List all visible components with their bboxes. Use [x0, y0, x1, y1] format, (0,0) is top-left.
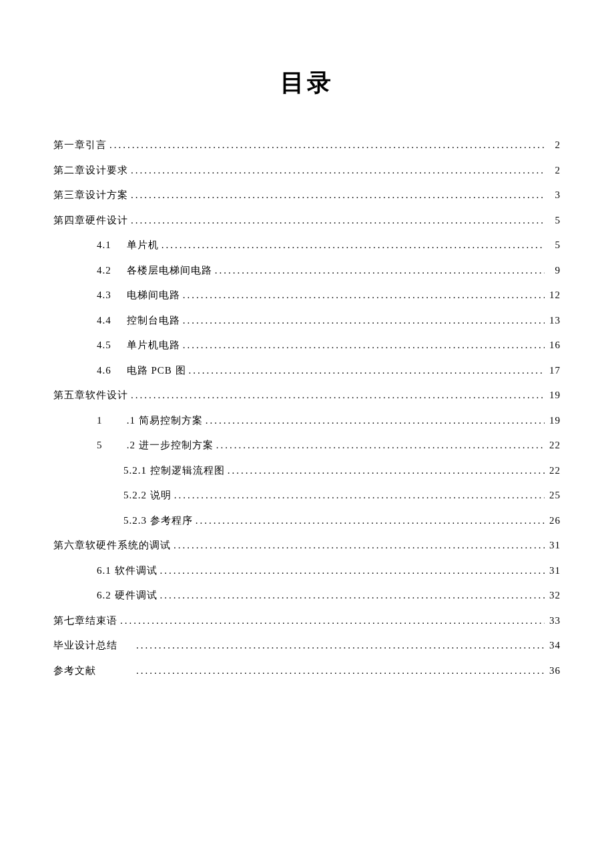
toc-entry-text: 电梯间电路 [127, 290, 180, 300]
toc-entry-label: 第五章软件设计 [53, 383, 128, 408]
toc-entry-text: 第三章设计方案 [53, 189, 128, 200]
toc-entry-number: 4.4 [97, 308, 123, 334]
toc-entry: 4.4 控制台电路13 [53, 308, 561, 334]
toc-entry-text: 5.2.2 说明 [123, 490, 172, 500]
toc-entry-number: 4.6 [97, 358, 123, 384]
toc-entry-number: 1 [97, 408, 123, 434]
toc-entry-label: 第一章引言 [53, 133, 107, 158]
toc-entry-number: 4.3 [97, 283, 123, 308]
toc-entry-text: 第五章软件设计 [53, 390, 128, 400]
toc-entry-number: 4.5 [97, 333, 123, 358]
toc-entry-number: 4.1 [97, 233, 123, 258]
toc-leader-dots [131, 208, 545, 234]
toc-entry-page: 22 [547, 458, 561, 484]
toc-entry-text: 第六章软硬件系统的调试 [53, 540, 171, 550]
toc-entry-text: 控制台电路 [127, 315, 180, 326]
toc-entry-label: 第二章设计要求 [53, 158, 128, 183]
toc-entry-text: 电路 PCB 图 [127, 365, 186, 376]
toc-entry-label: 第七章结束语 [53, 608, 117, 634]
toc-entry-page: 25 [547, 483, 561, 508]
toc-entry: 参考文献36 [53, 659, 561, 684]
page-title: 目录 [53, 67, 561, 99]
toc-entry-page: 22 [547, 433, 561, 458]
toc-entry-text: 毕业设计总结 [53, 633, 133, 659]
toc-entry-text: 第一章引言 [53, 139, 107, 150]
toc-entry-text: 单片机电路 [127, 340, 180, 350]
toc-entry-label: 第六章软硬件系统的调试 [53, 533, 171, 558]
toc-entry: 第六章软硬件系统的调试31 [53, 533, 561, 558]
toc-entry: 5.2.1 控制逻辑流程图22 [53, 458, 561, 484]
toc-entry-page: 31 [547, 533, 561, 558]
toc-entry: 4.2 各楼层电梯间电路9 [53, 258, 561, 284]
toc-leader-dots [189, 358, 545, 384]
toc-leader-dots [131, 183, 545, 208]
toc-leader-dots [228, 458, 545, 484]
toc-leader-dots [120, 608, 545, 634]
toc-leader-dots [160, 558, 545, 584]
toc-leader-dots [174, 483, 545, 508]
toc-entry-text: 6.2 硬件调试 [97, 590, 158, 600]
toc-entry: 6.2 硬件调试32 [53, 583, 561, 608]
toc-entry-text: 第二章设计要求 [53, 165, 128, 175]
toc-entry-label: 5.2.2 说明 [123, 483, 172, 508]
toc-entry-label: 5.2.3 参考程序 [123, 508, 193, 534]
toc-entry-page: 33 [547, 608, 561, 634]
toc-entry-label: 6.1 软件调试 [97, 558, 158, 584]
toc-entry-label: 第三章设计方案 [53, 183, 128, 208]
toc-entry-text: 5.2.3 参考程序 [123, 515, 193, 526]
toc-entry-page: 19 [547, 383, 561, 408]
toc-entry: 6.1 软件调试31 [53, 558, 561, 584]
toc-entry: 4.6 电路 PCB 图17 [53, 358, 561, 384]
toc-entry-text: 5.2.1 控制逻辑流程图 [123, 465, 225, 476]
toc-entry-label: 参考文献 [53, 659, 133, 684]
toc-entry-page: 2 [547, 158, 561, 183]
toc-leader-dots [136, 659, 545, 684]
toc-leader-dots [183, 283, 545, 308]
toc-leader-dots [162, 233, 545, 258]
toc-entry-page: 5 [547, 233, 561, 258]
toc-entry: 5 .2 进一步控制方案22 [53, 433, 561, 458]
toc-entry-page: 26 [547, 508, 561, 534]
toc-entry-page: 16 [547, 333, 561, 358]
toc-entry-text: 第四章硬件设计 [53, 215, 128, 226]
toc-entry-label: 5.2.1 控制逻辑流程图 [123, 458, 225, 484]
table-of-contents: 第一章引言2第二章设计要求2第三章设计方案3第四章硬件设计54.1 单片机54.… [53, 133, 561, 683]
toc-leader-dots [109, 133, 545, 158]
toc-entry-page: 13 [547, 308, 561, 334]
toc-entry-label: 1 .1 简易控制方案 [97, 408, 203, 434]
toc-entry-page: 3 [547, 183, 561, 208]
toc-entry-text: 单片机 [127, 240, 159, 250]
toc-entry: 第七章结束语33 [53, 608, 561, 634]
toc-entry: 4.3 电梯间电路12 [53, 283, 561, 308]
toc-entry-page: 32 [547, 583, 561, 608]
toc-entry-page: 17 [547, 358, 561, 384]
toc-entry-text: 第七章结束语 [53, 615, 117, 626]
toc-entry: 1 .1 简易控制方案19 [53, 408, 561, 434]
toc-entry-text: .1 简易控制方案 [127, 415, 203, 426]
toc-entry-label: 6.2 硬件调试 [97, 583, 158, 608]
toc-leader-dots [131, 383, 545, 408]
toc-entry-number: 5 [97, 433, 123, 458]
toc-entry-number: 4.2 [97, 258, 123, 284]
toc-entry: 4.1 单片机5 [53, 233, 561, 258]
toc-entry: 第三章设计方案3 [53, 183, 561, 208]
toc-leader-dots [215, 258, 545, 284]
toc-entry: 第四章硬件设计5 [53, 208, 561, 234]
toc-leader-dots [216, 433, 545, 458]
toc-entry: 4.5 单片机电路16 [53, 333, 561, 358]
toc-entry-page: 2 [547, 133, 561, 158]
toc-leader-dots [183, 308, 545, 334]
toc-entry: 第二章设计要求2 [53, 158, 561, 183]
toc-entry-page: 12 [547, 283, 561, 308]
toc-entry-label: 4.3 电梯间电路 [97, 283, 180, 308]
toc-entry: 5.2.2 说明25 [53, 483, 561, 508]
toc-entry-label: 4.1 单片机 [97, 233, 159, 258]
toc-entry-label: 第四章硬件设计 [53, 208, 128, 234]
toc-leader-dots [196, 508, 545, 534]
toc-entry: 毕业设计总结34 [53, 633, 561, 659]
toc-entry-page: 36 [547, 659, 561, 684]
toc-entry-label: 4.6 电路 PCB 图 [97, 358, 186, 384]
toc-entry-label: 4.5 单片机电路 [97, 333, 180, 358]
toc-entry-page: 5 [547, 208, 561, 234]
toc-entry-text: 各楼层电梯间电路 [127, 265, 212, 276]
